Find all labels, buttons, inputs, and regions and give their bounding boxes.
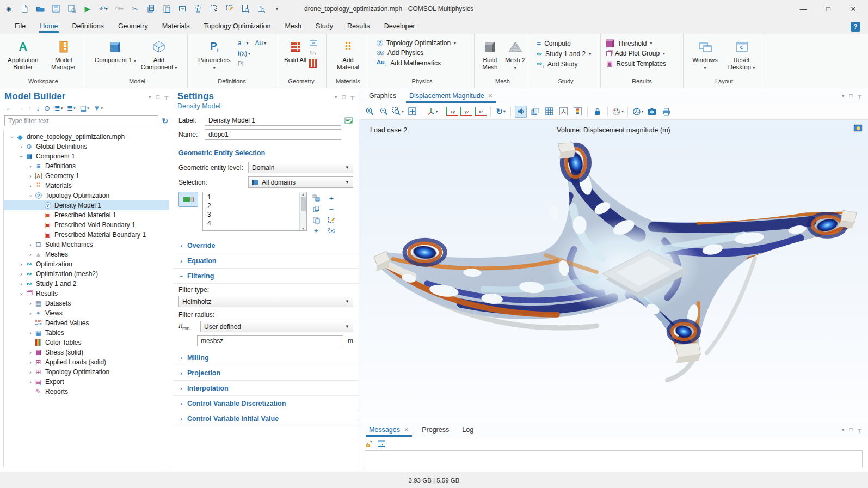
domain-list-item[interactable]: 1: [203, 193, 299, 202]
tab-geometry[interactable]: Geometry: [111, 20, 155, 34]
section-control-variable-initial-value[interactable]: ›Control Variable Initial Value: [173, 411, 359, 426]
add-domain-icon[interactable]: +: [327, 193, 336, 203]
paste-selection-icon[interactable]: [311, 215, 321, 225]
new-file-icon[interactable]: [18, 2, 31, 15]
grid-icon[interactable]: [543, 106, 555, 118]
show-icon[interactable]: ⊙: [44, 104, 50, 112]
create-selection-icon[interactable]: [311, 193, 321, 203]
section-override[interactable]: ›Override: [173, 238, 359, 253]
add-plot-group-button[interactable]: Add Plot Group▾: [606, 50, 666, 57]
tree-item-component-1[interactable]: ›Component 1: [4, 151, 169, 161]
tree-item-prescribed-material-1[interactable]: ▣Prescribed Material 1: [4, 210, 169, 220]
filter-funnel-icon[interactable]: ▼▾: [94, 104, 103, 112]
active-selection-toggle[interactable]: [178, 192, 198, 207]
chevron-icon[interactable]: ›: [17, 144, 25, 150]
chevron-icon[interactable]: ›: [27, 173, 34, 179]
domain-list-item[interactable]: 3: [203, 210, 299, 219]
build-mesh-button[interactable]: Build Mesh: [478, 37, 502, 71]
panel-float-icon[interactable]: □: [156, 94, 159, 100]
chevron-icon[interactable]: ›: [27, 163, 34, 169]
section-equation[interactable]: ›Equation: [173, 253, 359, 269]
preview-icon[interactable]: [239, 2, 252, 15]
maximize-button[interactable]: □: [816, 1, 841, 17]
panel-menu-icon[interactable]: ▾: [842, 426, 845, 432]
panel-float-icon[interactable]: □: [342, 94, 346, 100]
chevron-icon[interactable]: ›: [27, 359, 34, 365]
tree-item-materials[interactable]: ›⠿Materials: [4, 181, 169, 191]
chevron-icon[interactable]: ›: [27, 379, 34, 385]
functions-button[interactable]: f(x)▾: [238, 50, 250, 57]
zoom-box-icon[interactable]: ▾: [392, 106, 404, 118]
chevron-icon[interactable]: ›: [27, 252, 34, 258]
build-all-button[interactable]: Build All: [284, 37, 307, 64]
expand-all-icon[interactable]: ≣▾: [67, 104, 75, 112]
tab-home[interactable]: Home: [33, 20, 65, 34]
threshold-button[interactable]: Threshold▾: [606, 39, 666, 47]
tree-item-prescribed-material-boundary-1[interactable]: ▣Prescribed Material Boundary 1: [4, 230, 169, 240]
qat-customize-icon[interactable]: ▾: [270, 2, 284, 15]
tree-item-export[interactable]: ›▤Export: [4, 377, 169, 387]
move-down-icon[interactable]: ↓: [36, 104, 40, 112]
tree-item-tables[interactable]: ›▦Tables: [4, 328, 169, 338]
chevron-icon[interactable]: ›: [27, 310, 34, 316]
duplicate-icon[interactable]: [176, 2, 189, 15]
zoom-extents-icon[interactable]: [406, 106, 418, 118]
add-mathematics-button[interactable]: Δu↓Add Mathematics: [377, 59, 456, 67]
chevron-icon[interactable]: ›: [27, 242, 34, 248]
help-button[interactable]: ?: [851, 22, 860, 32]
tab-definitions[interactable]: Definitions: [65, 20, 111, 34]
selection-select[interactable]: All domains▼: [248, 176, 353, 188]
chevron-icon[interactable]: ›: [17, 271, 25, 277]
panel-pin-icon[interactable]: ┬: [858, 426, 861, 432]
tree-item-results[interactable]: ›Results: [4, 289, 169, 298]
add-physics-button[interactable]: Add Physics: [377, 49, 456, 57]
application-builder-button[interactable]: A Application Builder: [3, 37, 43, 71]
tree-item-applied-loads-solid[interactable]: ›⊞Applied Loads (solid): [4, 357, 169, 367]
tab-mesh[interactable]: Mesh: [278, 20, 309, 34]
tree-item-optimization-mesh2[interactable]: ›∾Optimization (mesh2): [4, 269, 169, 279]
environment-reflections-icon[interactable]: ▾: [632, 106, 644, 118]
label-field-input[interactable]: [205, 115, 341, 126]
clear-messages-icon[interactable]: [365, 440, 373, 448]
move-up-icon[interactable]: ↑: [28, 104, 32, 112]
messages-output[interactable]: [365, 450, 863, 467]
tab-developer[interactable]: Developer: [377, 20, 422, 34]
delete-icon[interactable]: [192, 2, 205, 15]
panel-menu-icon[interactable]: ▾: [842, 93, 845, 99]
tree-filter-input[interactable]: [4, 115, 158, 126]
tree-item-meshes[interactable]: ›▲Meshes: [4, 249, 169, 259]
cut-icon[interactable]: ✂: [128, 2, 141, 15]
parameters-button[interactable]: Pi Parameters▾: [196, 37, 232, 71]
tab-log[interactable]: Log: [455, 424, 480, 437]
section-projection[interactable]: ›Projection: [173, 365, 359, 381]
remove-domain-icon[interactable]: −: [327, 204, 336, 214]
chevron-icon[interactable]: ›: [9, 133, 15, 141]
view-xz-button[interactable]: xz: [475, 107, 487, 116]
tab-results[interactable]: Results: [340, 20, 377, 34]
view-orientation-icon[interactable]: ▾: [426, 106, 438, 118]
app-icon[interactable]: ◉: [2, 2, 15, 15]
add-material-button[interactable]: ⠿ Add Material: [331, 37, 365, 71]
topology-optimization-physics-button[interactable]: ?Topology Optimization▾: [377, 39, 456, 47]
domain-list-scrollbar[interactable]: ▲▼: [299, 192, 306, 230]
filter-radius-input[interactable]: [197, 335, 343, 346]
tree-item-optimization[interactable]: ›∾Optimization: [4, 259, 169, 269]
tree-item-views[interactable]: ›⌖Views: [4, 308, 169, 318]
zoom-out-icon[interactable]: [378, 106, 390, 118]
tab-displacement-magnitude[interactable]: Displacement Magnitude✕: [403, 90, 500, 103]
reset-desktop-button[interactable]: ↻ Reset Desktop ▾: [723, 37, 760, 71]
add-study-button[interactable]: ∾↓Add Study: [537, 60, 591, 69]
tab-graphics[interactable]: Graphics: [362, 90, 403, 103]
domain-list-item[interactable]: 4: [203, 219, 299, 228]
tree-item-color-tables[interactable]: Color Tables: [4, 338, 169, 347]
domain-list-item[interactable]: 2: [203, 202, 299, 210]
paint-selection-icon[interactable]: [327, 215, 336, 225]
chevron-icon[interactable]: ›: [27, 330, 34, 336]
find-icon[interactable]: [255, 2, 268, 15]
partition-icon[interactable]: [309, 59, 317, 68]
chevron-icon[interactable]: ›: [17, 281, 25, 287]
windows-button[interactable]: Windows▾: [688, 37, 722, 71]
panel-menu-icon[interactable]: ▾: [149, 94, 151, 100]
panel-pin-icon[interactable]: ┬: [164, 94, 168, 100]
tab-messages[interactable]: Messages✕: [362, 424, 415, 437]
